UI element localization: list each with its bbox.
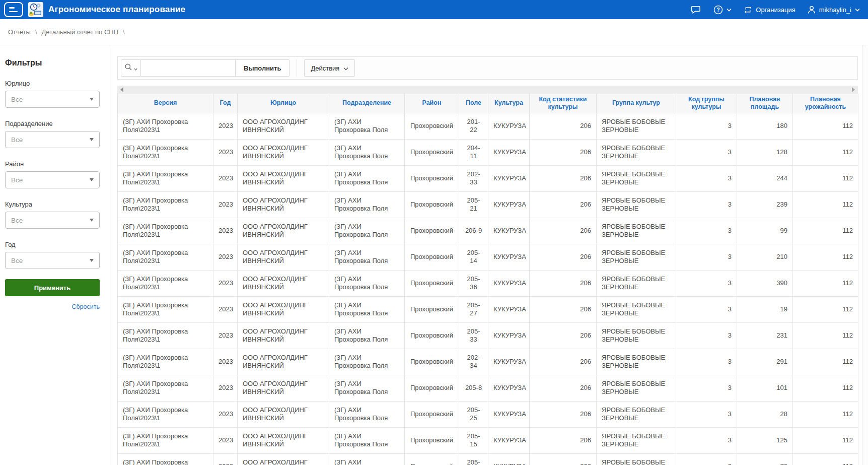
report-table: ВерсияГодЮрлицоПодразделениеРайонПолеКул… bbox=[117, 94, 858, 465]
cell: ООО АГРОХОЛДИНГ ИВНЯНСКИЙ bbox=[238, 375, 329, 401]
cell: КУКУРУЗА bbox=[488, 113, 530, 139]
vertical-scrollbar[interactable] bbox=[862, 45, 868, 465]
column-header-2[interactable]: Юрлицо bbox=[238, 94, 329, 113]
cell: 390 bbox=[737, 270, 793, 296]
filter-select-value: Все bbox=[11, 217, 23, 224]
cell: (ЗГ) АХИ Прохоровка Поля\2023\1 bbox=[118, 139, 213, 165]
user-menu[interactable]: mikhaylin_i bbox=[808, 6, 860, 14]
table-row: (ЗГ) АХИ Прохоровка Поля\2023\12023ООО А… bbox=[118, 139, 858, 165]
cell: 205-25 bbox=[459, 401, 488, 427]
column-header-3[interactable]: Подразделение bbox=[329, 94, 405, 113]
cell: 202-34 bbox=[459, 349, 488, 375]
cell: Прохоровский bbox=[405, 165, 459, 191]
search-icon bbox=[124, 63, 132, 73]
cell: 205-39 bbox=[459, 453, 488, 465]
filter-select-district[interactable]: Все bbox=[5, 171, 100, 188]
cell: КУКУРУЗА bbox=[488, 191, 530, 218]
cell: ООО АГРОХОЛДИНГ ИВНЯНСКИЙ bbox=[238, 322, 329, 349]
cell: (ЗГ) АХИ Прохоровка Поля bbox=[329, 322, 405, 349]
search-options-button[interactable] bbox=[121, 59, 141, 77]
cell: 206 bbox=[530, 375, 597, 401]
feedback-button[interactable] bbox=[691, 5, 701, 14]
column-header-5[interactable]: Поле bbox=[459, 94, 488, 113]
column-header-7[interactable]: Код статистики культуры bbox=[530, 94, 597, 113]
cell: (ЗГ) АХИ Прохоровка Поля bbox=[329, 191, 405, 218]
cell: Прохоровский bbox=[405, 427, 459, 453]
hamburger-menu-icon[interactable] bbox=[4, 2, 23, 17]
filter-select-legal-entity[interactable]: Все bbox=[5, 91, 100, 108]
content-layout: Фильтры ЮрлицоВсеПодразделениеВсеРайонВс… bbox=[0, 45, 868, 465]
table-row: (ЗГ) АХИ Прохоровка Поля\2023\12023ООО А… bbox=[118, 375, 858, 401]
cell: (ЗГ) АХИ Прохоровка Поля\2023\1 bbox=[118, 427, 213, 453]
cell: 180 bbox=[737, 113, 793, 139]
column-header-9[interactable]: Код группы культуры bbox=[676, 94, 737, 113]
filter-label-district: Район bbox=[5, 160, 100, 168]
scroll-left-icon[interactable] bbox=[120, 87, 123, 92]
table-row: (ЗГ) АХИ Прохоровка Поля\2023\12023ООО А… bbox=[118, 165, 858, 191]
organization-label: Организация bbox=[756, 6, 795, 14]
scroll-right-icon[interactable] bbox=[852, 87, 855, 92]
cell: 206 bbox=[530, 165, 597, 191]
cell: Прохоровский bbox=[405, 218, 459, 244]
cell: (ЗГ) АХИ Прохоровка Поля\2023\1 bbox=[118, 401, 213, 427]
cell: КУКУРУЗА bbox=[488, 427, 530, 453]
table-row: (ЗГ) АХИ Прохоровка Поля\2023\12023ООО А… bbox=[118, 270, 858, 296]
cell: 112 bbox=[793, 165, 858, 191]
breadcrumb-separator: \ bbox=[35, 28, 37, 36]
column-header-8[interactable]: Группа культур bbox=[597, 94, 676, 113]
filter-select-culture[interactable]: Все bbox=[5, 212, 100, 229]
column-header-11[interactable]: Плановая урожайность bbox=[793, 94, 858, 113]
reset-link[interactable]: Сбросить bbox=[5, 303, 100, 310]
cell: 112 bbox=[793, 427, 858, 453]
horizontal-scrollbar[interactable] bbox=[117, 86, 858, 94]
search-input[interactable] bbox=[141, 59, 236, 77]
column-header-4[interactable]: Район bbox=[405, 94, 459, 113]
apply-button[interactable]: Применить bbox=[5, 279, 100, 296]
filter-select-year[interactable]: Все bbox=[5, 252, 100, 269]
cell: 112 bbox=[793, 322, 858, 349]
column-header-6[interactable]: Культура bbox=[488, 94, 530, 113]
help-icon: ? bbox=[713, 5, 723, 15]
cell: (ЗГ) АХИ Прохоровка Поля\2023\1 bbox=[118, 113, 213, 139]
cell: 206 bbox=[530, 322, 597, 349]
cell: 125 bbox=[737, 427, 793, 453]
breadcrumb-item-detail-report[interactable]: Детальный отчет по СПП bbox=[42, 28, 118, 36]
cell: 206 bbox=[530, 113, 597, 139]
top-app-bar: Агрономическое планирование ? bbox=[0, 0, 868, 19]
help-menu-button[interactable]: ? bbox=[713, 5, 732, 15]
run-button[interactable]: Выполнить bbox=[236, 59, 290, 77]
cell: Прохоровский bbox=[405, 349, 459, 375]
filter-select-division[interactable]: Все bbox=[5, 131, 100, 148]
cell: (ЗГ) АХИ Прохоровка Поля\2023\1 bbox=[118, 296, 213, 322]
cell: Прохоровский bbox=[405, 322, 459, 349]
cell: ООО АГРОХОЛДИНГ ИВНЯНСКИЙ bbox=[238, 427, 329, 453]
cell: КУКУРУЗА bbox=[488, 349, 530, 375]
filter-select-value: Все bbox=[11, 176, 23, 184]
cell: 206 bbox=[530, 349, 597, 375]
app-title: Агрономическое планирование bbox=[48, 5, 185, 15]
column-header-10[interactable]: Плановая площадь bbox=[737, 94, 793, 113]
cell: 2023 bbox=[213, 401, 238, 427]
cell: 112 bbox=[793, 401, 858, 427]
breadcrumb-item-reports[interactable]: Отчеты bbox=[8, 28, 31, 36]
cell: ЯРОВЫЕ БОБОВЫЕ ЗЕРНОВЫЕ bbox=[597, 113, 676, 139]
cell: 2023 bbox=[213, 270, 238, 296]
cell: 206-9 bbox=[459, 218, 488, 244]
cell: (ЗГ) АХИ Прохоровка Поля\2023\1 bbox=[118, 375, 213, 401]
chevron-down-icon bbox=[727, 8, 732, 12]
filter-label-culture: Культура bbox=[5, 201, 100, 208]
cell: (ЗГ) АХИ Прохоровка Поля bbox=[329, 270, 405, 296]
actions-menu-button[interactable]: Действия bbox=[304, 59, 355, 77]
cell: ЯРОВЫЕ БОБОВЫЕ ЗЕРНОВЫЕ bbox=[597, 165, 676, 191]
column-header-0[interactable]: Версия bbox=[118, 94, 213, 113]
cell: 206 bbox=[530, 296, 597, 322]
cell: (ЗГ) АХИ Прохоровка Поля bbox=[329, 427, 405, 453]
column-header-1[interactable]: Год bbox=[213, 94, 238, 113]
cell: ООО АГРОХОЛДИНГ ИВНЯНСКИЙ bbox=[238, 218, 329, 244]
filters-title: Фильтры bbox=[5, 58, 100, 68]
username: mikhaylin_i bbox=[819, 6, 851, 14]
organization-switcher[interactable]: Организация bbox=[744, 6, 795, 14]
cell: (ЗГ) АХИ Прохоровка Поля bbox=[329, 401, 405, 427]
cell: 3 bbox=[676, 139, 737, 165]
cell: Прохоровский bbox=[405, 139, 459, 165]
